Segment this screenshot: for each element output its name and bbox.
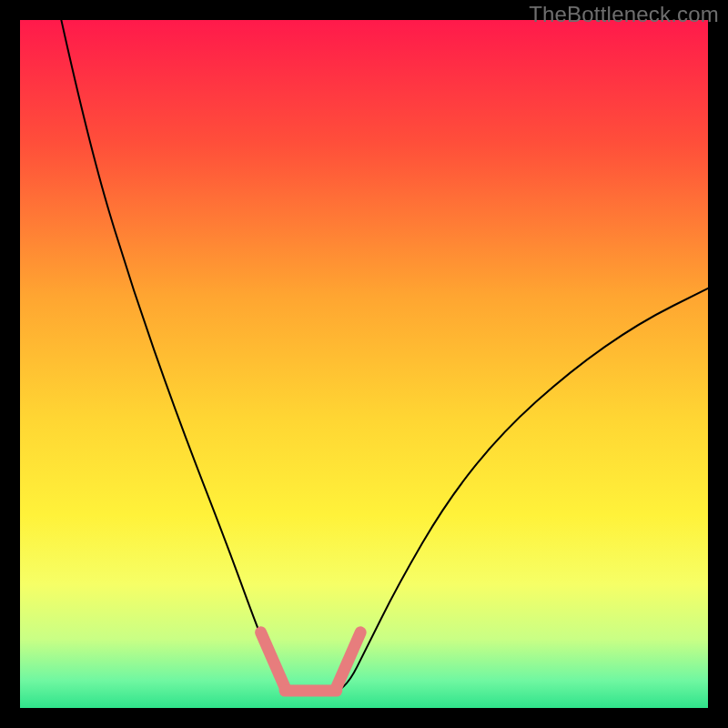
chart-svg: [20, 20, 708, 708]
watermark-label: TheBottleneck.com: [529, 2, 719, 27]
chart-frame: TheBottleneck.com: [0, 0, 728, 728]
chart-plot-area: [20, 20, 708, 708]
chart-background: [20, 20, 708, 708]
